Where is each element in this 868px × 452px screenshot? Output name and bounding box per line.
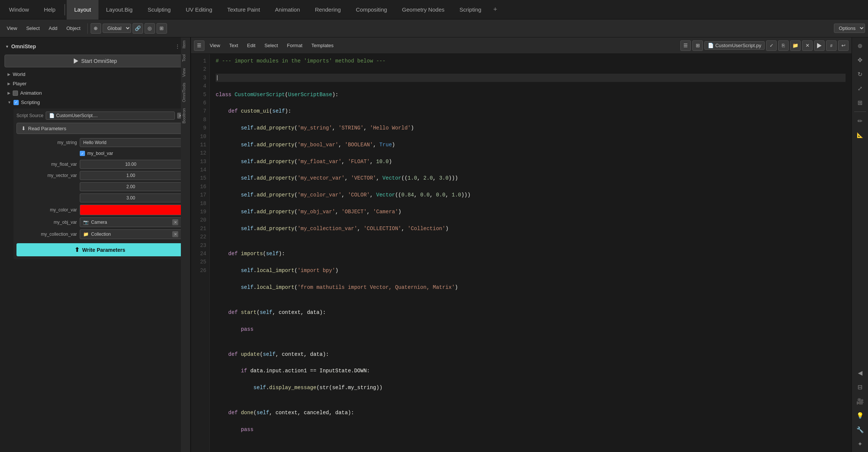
read-params-button[interactable]: ⬇ Read Parameters: [16, 123, 183, 134]
tab-animation[interactable]: Animation: [267, 0, 307, 19]
toolbar-sep-1: [87, 23, 88, 34]
tree-item-world[interactable]: ▶ World: [4, 70, 186, 79]
grid-btn[interactable]: ⊞: [157, 23, 167, 34]
tree-item-player[interactable]: ▶ Player: [4, 79, 186, 88]
tab-scripting[interactable]: Scripting: [452, 0, 489, 19]
tab-uv-editing[interactable]: UV Editing: [178, 0, 220, 19]
verify-icon[interactable]: ✓: [766, 40, 777, 51]
line-num-icon[interactable]: #: [826, 40, 837, 51]
run-button[interactable]: [814, 40, 825, 51]
code-content[interactable]: # --- import modules in the 'imports' me…: [210, 54, 852, 452]
editor-layout-icon[interactable]: ⊞: [692, 40, 703, 51]
rotate-mode-icon[interactable]: ↻: [853, 67, 867, 81]
param-row-my-vector-var-2: [16, 181, 183, 192]
my-color-cell: [78, 204, 183, 216]
my-string-input[interactable]: [80, 138, 182, 147]
my-color-swatch[interactable]: [80, 205, 182, 215]
script-source-value[interactable]: 📄 CustomUserScript....: [46, 112, 175, 120]
snap-btn[interactable]: 🔗: [133, 23, 143, 34]
editor-templates-btn[interactable]: Templates: [308, 42, 337, 49]
folder-icon[interactable]: 📁: [790, 40, 801, 51]
code-editor[interactable]: 12345 678910 1112131415 1617181920 21222…: [191, 54, 852, 452]
proportional-btn[interactable]: ◎: [145, 23, 155, 34]
my-collection-cell: 📁 Collection ✕: [78, 228, 183, 240]
editor-area: ☰ View Text Edit Select Format Templates…: [191, 37, 852, 452]
tab-layout-big[interactable]: Layout.Big: [98, 0, 140, 19]
tab-texture-paint[interactable]: Texture Paint: [220, 0, 268, 19]
my-float-input[interactable]: [80, 160, 182, 169]
write-params-button[interactable]: ⬆ Write Parameters: [16, 243, 183, 256]
shading-icon[interactable]: 💡: [853, 409, 867, 422]
omnistep-section-toggle[interactable]: ▼ OmniStep: [5, 42, 36, 51]
particles-icon[interactable]: ✦: [853, 437, 867, 451]
side-tab-item[interactable]: Item: [181, 37, 190, 51]
my-vector-y-input[interactable]: [80, 182, 182, 191]
scripting-checkbox[interactable]: ✓: [13, 100, 19, 105]
measure-icon[interactable]: 📐: [853, 128, 867, 142]
editor-list-view-icon[interactable]: ☰: [680, 40, 691, 51]
file-icon: 📄: [708, 43, 714, 48]
tab-geometry-nodes[interactable]: Geometry Nodes: [395, 0, 452, 19]
editor-select-btn[interactable]: Select: [261, 42, 282, 49]
close-file-icon[interactable]: ✕: [802, 40, 813, 51]
right-sidebar: ⊕ ✥ ↻ ⤢ ⊞ ✏ 📐 ◀ ⊟ 🎥 💡 🔧 ✦: [852, 37, 868, 452]
move-mode-icon[interactable]: ✥: [853, 53, 867, 67]
main-content: ▼ OmniStep ⋮⋮ Start OmniStep ▶ World ▶: [0, 37, 868, 452]
tab-rendering[interactable]: Rendering: [307, 0, 348, 19]
cursor-tool-btn[interactable]: ⊕: [91, 23, 101, 34]
window-menu[interactable]: Window: [1, 0, 36, 19]
animation-checkbox[interactable]: [13, 91, 18, 96]
editor-format-btn[interactable]: Format: [283, 42, 306, 49]
player-label: Player: [13, 81, 27, 86]
options-select[interactable]: Options: [834, 24, 865, 33]
my-vector-x-input[interactable]: [80, 171, 182, 180]
scale-mode-icon[interactable]: ⤢: [853, 82, 867, 95]
upload-icon: ⬆: [75, 246, 79, 253]
select-menu-btn[interactable]: Select: [22, 24, 43, 33]
side-tab-omnitools[interactable]: OmniTools: [181, 80, 190, 105]
orientation-select[interactable]: Global Local View: [103, 24, 131, 33]
editor-text-btn[interactable]: Text: [225, 42, 242, 49]
sidebar-toggle-icon[interactable]: ◀: [853, 366, 867, 379]
add-menu-btn[interactable]: Add: [45, 24, 61, 33]
layers-icon[interactable]: ⊟: [853, 380, 867, 394]
my-vector-z-input[interactable]: [80, 193, 182, 202]
annotate-icon[interactable]: ✏: [853, 114, 867, 128]
side-tab-booltron[interactable]: Booltron: [181, 105, 190, 126]
param-row-my-color-var: my_color_var: [16, 204, 183, 216]
my-collection-input[interactable]: 📁 Collection ✕: [80, 229, 182, 239]
side-tab-view[interactable]: View: [181, 65, 190, 80]
editor-edit-btn[interactable]: Edit: [243, 42, 259, 49]
tab-compositing[interactable]: Compositing: [348, 0, 394, 19]
add-tab-button[interactable]: +: [489, 0, 502, 19]
tree-item-scripting[interactable]: ▼ ✓ Scripting: [4, 98, 186, 107]
script-filename: CustomUserScript....: [56, 113, 98, 118]
wrap-icon[interactable]: ↩: [838, 40, 849, 51]
my-bool-checkbox[interactable]: ✓: [80, 151, 85, 156]
my-obj-input[interactable]: 📷 Camera ✕: [80, 217, 182, 227]
tree-item-animation[interactable]: ▶ Animation: [4, 88, 186, 98]
editor-menu-icon[interactable]: ☰: [194, 40, 204, 51]
editor-view-btn[interactable]: View: [206, 42, 224, 49]
my-vector-y-label-empty: [16, 181, 78, 192]
render-icon[interactable]: 🎥: [853, 394, 867, 408]
side-tab-tool[interactable]: Tool: [181, 51, 190, 65]
copy-icon[interactable]: ⎘: [778, 40, 789, 51]
transform-mode-icon[interactable]: ⊞: [853, 96, 867, 109]
my-obj-clear[interactable]: ✕: [172, 219, 178, 225]
object-menu-btn[interactable]: Object: [63, 24, 84, 33]
animation-label: Animation: [20, 90, 42, 96]
cursor-mode-icon[interactable]: ⊕: [853, 39, 867, 52]
tab-layout[interactable]: Layout: [67, 0, 98, 19]
my-collection-clear[interactable]: ✕: [172, 231, 178, 237]
param-row-my-float-var: my_float_var: [16, 159, 183, 170]
start-omnistep-button[interactable]: Start OmniStep: [4, 55, 186, 67]
top-tab-bar: Window Help Layout Layout.Big Sculpting …: [0, 0, 868, 19]
modifier-icon[interactable]: 🔧: [853, 423, 867, 436]
view-menu-btn[interactable]: View: [3, 24, 21, 33]
run-play-icon: [817, 43, 822, 48]
tab-sculpting[interactable]: Sculpting: [140, 0, 178, 19]
world-chevron: ▶: [7, 72, 10, 76]
help-menu[interactable]: Help: [36, 0, 63, 19]
my-bool-cell: ✓ my_bool_var: [78, 148, 183, 159]
